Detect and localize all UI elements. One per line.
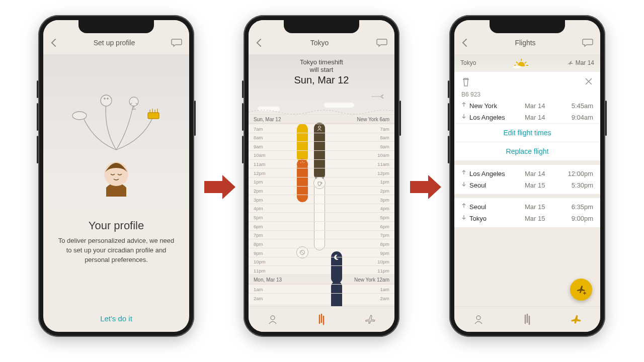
plane-icon <box>370 93 385 101</box>
trash-icon[interactable] <box>461 77 470 89</box>
back-icon[interactable] <box>256 38 263 47</box>
svg-point-2 <box>104 98 105 99</box>
hour-row: 10pm10pm <box>249 257 394 266</box>
leg-dir-icon <box>461 170 466 177</box>
hour-row: 3pm3pm <box>249 195 394 204</box>
profile-body: To deliver personalized advice, we need … <box>43 236 189 265</box>
day-header-2: Mon, Mar 13 New York 12am <box>249 275 394 284</box>
avatar-icon <box>58 89 174 210</box>
flight-code: B6 923 <box>454 90 600 100</box>
hour-row: 8pm8pm <box>249 239 394 248</box>
profile-text-block: Your profile To deliver personalized adv… <box>43 219 189 265</box>
edit-flight-times-button[interactable]: Edit flight times <box>454 123 600 142</box>
hour-row: 4pm4pm <box>249 204 394 213</box>
add-flight-button[interactable] <box>570 279 592 301</box>
tab-bar <box>249 306 394 332</box>
nav-title: Tokyo <box>263 39 376 47</box>
svg-point-10 <box>271 316 275 320</box>
svg-point-1 <box>101 95 112 106</box>
flight-leg[interactable]: New YorkMar 145:45am <box>454 100 600 112</box>
leg-dir-icon <box>461 203 466 211</box>
hour-row: 9pm9pm <box>249 248 394 257</box>
svg-rect-5 <box>148 113 159 119</box>
hour-row: 8am8am <box>249 133 394 142</box>
depart-icon <box>567 60 574 65</box>
svg-point-0 <box>72 112 87 120</box>
hour-row: 7pm7pm <box>249 230 394 240</box>
tab-profile[interactable] <box>472 313 485 325</box>
hour-row: 1am1am <box>249 284 394 294</box>
flight-leg[interactable]: Los AngelesMar 1412:00pm <box>454 168 600 179</box>
flight-leg[interactable]: SeoulMar 156:35pm <box>454 201 600 213</box>
svg-point-4 <box>129 97 138 106</box>
depart-date: Mar 14 <box>567 59 594 66</box>
schedule-grid[interactable]: 7am7am8am8am9am9am10am10am11am11am12pm12… <box>249 124 394 275</box>
leg-dir-icon <box>461 102 466 110</box>
hour-row: 2pm2pm <box>249 186 394 196</box>
back-icon[interactable] <box>461 38 468 47</box>
leg-dir-icon <box>461 114 466 121</box>
tab-bar <box>454 306 600 332</box>
close-icon[interactable] <box>584 77 593 89</box>
tab-schedule[interactable] <box>315 313 328 325</box>
chat-icon[interactable] <box>582 38 593 47</box>
tab-flights[interactable] <box>570 313 582 325</box>
nav-title: Set up profile <box>57 39 171 47</box>
hero-date: Sun, Mar 12 <box>249 74 394 86</box>
hour-row: 10am10am <box>249 150 394 160</box>
hour-row: 11am11am <box>249 159 394 169</box>
flight-leg[interactable]: SeoulMar 155:30pm <box>454 179 600 191</box>
timeshift-hero: Tokyo timeshift will start Sun, Mar 12 <box>249 54 394 114</box>
tab-profile[interactable] <box>267 313 279 325</box>
chat-icon[interactable] <box>376 38 387 47</box>
leg-dir-icon <box>461 182 466 189</box>
phone-profile: Set up profile <box>38 15 194 337</box>
leg-dir-icon <box>461 215 466 222</box>
lets-do-it-button[interactable]: Let's do it <box>43 314 189 323</box>
nav-title: Flights <box>468 39 582 47</box>
hour-row: 12pm12pm <box>249 168 394 177</box>
hour-row: 2am2am <box>249 293 394 303</box>
sun-icon <box>512 57 530 68</box>
svg-point-15 <box>476 316 480 320</box>
arrow-icon <box>410 175 440 200</box>
trip-subheader: Tokyo Mar 14 <box>454 54 600 71</box>
profile-heading: Your profile <box>43 219 189 232</box>
profile-illustration <box>43 54 189 210</box>
svg-point-3 <box>107 98 108 99</box>
back-icon[interactable] <box>50 38 57 47</box>
tab-flights[interactable] <box>364 313 376 325</box>
arrow-icon <box>204 175 234 200</box>
phone-schedule: Tokyo Tokyo timeshift will start Sun, Ma… <box>244 15 399 337</box>
hour-row: 6pm6pm <box>249 221 394 231</box>
hour-row: 11pm11pm <box>249 265 394 275</box>
hour-row: 1pm1pm <box>249 177 394 187</box>
hour-row: 7am7am <box>249 124 394 133</box>
replace-flight-button[interactable]: Replace flight <box>454 142 600 161</box>
phone-flights: Flights Tokyo Mar 14 B6 923 New YorkMar … <box>449 15 605 337</box>
svg-point-13 <box>513 65 521 68</box>
flight-leg[interactable]: TokyoMar 159:00pm <box>454 213 600 224</box>
day-label-2: Mon, Mar 13 <box>254 277 282 283</box>
dest-label: Tokyo <box>460 59 476 66</box>
day-label: Sun, Mar 12 <box>254 117 281 122</box>
hour-row: 5pm5pm <box>249 212 394 222</box>
day-header-1: Sun, Mar 12 New York 6am <box>249 114 394 124</box>
chat-icon[interactable] <box>171 38 182 47</box>
hero-line1: Tokyo timeshift <box>249 58 394 66</box>
hero-line2: will start <box>249 66 394 73</box>
schedule-grid-2[interactable]: 1am1am2am2am <box>249 284 394 304</box>
flight-leg[interactable]: Los AngelesMar 149:04am <box>454 112 600 123</box>
hour-row: 9am9am <box>249 141 394 151</box>
tab-schedule[interactable] <box>521 313 533 325</box>
